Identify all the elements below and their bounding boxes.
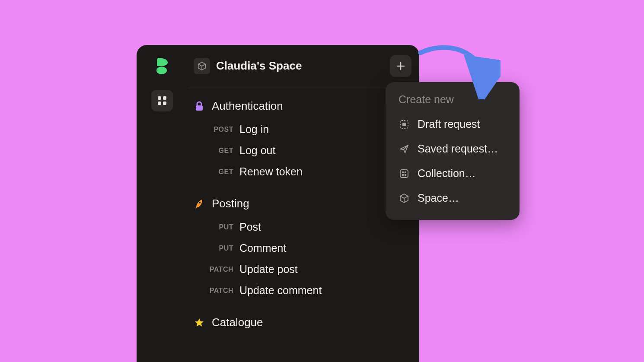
svg-rect-5 [196, 105, 203, 111]
collection-posting: Posting PUT Post PUT Comment PATCH Updat… [194, 195, 413, 301]
method-label: GET [194, 147, 233, 155]
svg-rect-4 [163, 102, 166, 105]
popover-item-label: Space… [418, 192, 459, 204]
space-icon-box [194, 58, 210, 74]
main-panel: Claudia's Space [188, 45, 419, 362]
plus-icon [395, 61, 406, 71]
cube-icon [197, 61, 207, 71]
svg-point-6 [199, 202, 201, 203]
space-selector[interactable]: Claudia's Space [194, 58, 302, 74]
svg-rect-2 [163, 96, 166, 100]
lock-icon [194, 101, 205, 112]
request-name: Update post [239, 263, 298, 276]
collection-title: Posting [212, 197, 249, 210]
cube-icon [399, 193, 410, 204]
app-logo [154, 56, 170, 75]
collection-icon [399, 168, 410, 179]
svg-rect-10 [402, 171, 404, 173]
popover-heading: Create new [386, 92, 520, 112]
collection-header[interactable]: Authentication [194, 98, 413, 114]
collection-authentication: Authentication POST Log in GET Log out G… [194, 98, 413, 182]
request-row[interactable]: POST Log in [194, 119, 413, 140]
create-new-popover: Create new Draft request Saved request… [386, 82, 520, 220]
create-new-button[interactable] [390, 55, 411, 77]
method-label: PUT [194, 223, 233, 231]
header-bar: Claudia's Space [188, 45, 419, 87]
svg-rect-9 [400, 170, 408, 178]
request-name: Comment [239, 242, 286, 254]
svg-rect-1 [158, 96, 161, 100]
method-label: PATCH [194, 266, 233, 273]
apps-button[interactable] [151, 90, 173, 111]
request-row[interactable]: PUT Comment [194, 238, 413, 259]
request-name: Log out [239, 144, 275, 157]
popover-item-label: Saved request… [418, 143, 498, 155]
popover-item-label: Draft request [418, 118, 480, 130]
request-name: Post [239, 221, 261, 233]
svg-rect-13 [405, 174, 406, 176]
popover-item-collection[interactable]: Collection… [386, 161, 520, 186]
star-icon [194, 317, 205, 328]
popover-item-space[interactable]: Space… [386, 186, 520, 210]
svg-rect-8 [402, 123, 406, 126]
grid-icon [157, 95, 167, 106]
request-row[interactable]: GET Renew token [194, 161, 413, 182]
space-title: Claudia's Space [216, 59, 302, 73]
app-window: Claudia's Space [137, 45, 419, 362]
request-row[interactable]: GET Log out [194, 140, 413, 161]
popover-item-saved-request[interactable]: Saved request… [386, 137, 520, 161]
request-row[interactable]: PATCH Update post [194, 259, 413, 280]
method-label: GET [194, 168, 233, 176]
svg-rect-12 [402, 174, 404, 176]
send-icon [399, 143, 410, 155]
collections-list: Authentication POST Log in GET Log out G… [188, 87, 419, 344]
popover-item-label: Collection… [418, 167, 476, 180]
method-label: POST [194, 126, 233, 133]
collection-title: Catalogue [212, 316, 263, 329]
collection-header[interactable]: Catalogue [194, 314, 413, 331]
svg-point-0 [156, 67, 167, 74]
request-row[interactable]: PATCH Update comment [194, 280, 413, 301]
rocket-icon [194, 198, 205, 210]
popover-item-draft-request[interactable]: Draft request [386, 112, 520, 137]
request-name: Update comment [239, 284, 322, 297]
draft-icon [399, 119, 410, 130]
method-label: PATCH [194, 287, 233, 295]
collection-title: Authentication [212, 99, 283, 113]
request-name: Log in [239, 123, 269, 136]
collection-header[interactable]: Posting [194, 195, 413, 212]
svg-rect-11 [405, 171, 406, 173]
collection-catalogue: Catalogue [194, 314, 413, 331]
request-name: Renew token [239, 165, 303, 178]
method-label: PUT [194, 245, 233, 252]
svg-rect-3 [158, 102, 161, 105]
left-rail [137, 45, 188, 362]
request-row[interactable]: PUT Post [194, 216, 413, 238]
